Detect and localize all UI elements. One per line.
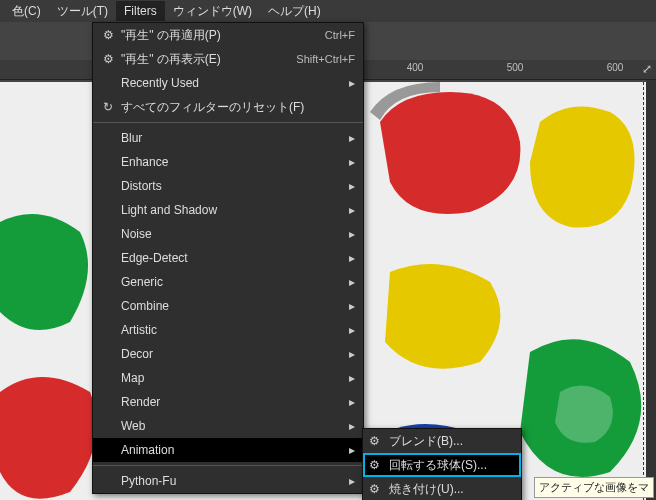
gear-icon: ⚙	[99, 52, 117, 66]
menu-item-label: Python-Fu	[117, 474, 343, 488]
menu-item-label: 焼き付け(U)...	[385, 481, 513, 498]
menu-item-python-fu[interactable]: Python-Fu▸	[93, 469, 363, 493]
separator	[93, 465, 363, 466]
submenu-item-blend[interactable]: ⚙ ブレンド(B)...	[363, 429, 521, 453]
chevron-right-icon: ▸	[343, 251, 355, 265]
tooltip: アクティブな画像をマ	[534, 477, 654, 498]
ruler-tick-label: 400	[407, 62, 424, 73]
gear-icon: ⚙	[99, 28, 117, 42]
chevron-right-icon: ▸	[343, 203, 355, 217]
canvas-object	[0, 202, 100, 342]
menu-windows[interactable]: ウィンドウ(W)	[165, 0, 260, 23]
menu-item-label: Edge-Detect	[117, 251, 343, 265]
menu-item-edge-detect[interactable]: Edge-Detect▸	[93, 246, 363, 270]
chevron-right-icon: ▸	[343, 76, 355, 90]
selection-marquee	[643, 82, 644, 500]
menu-item-blur[interactable]: Blur▸	[93, 126, 363, 150]
submenu-item-burn-in: ⚙ 焼き付け(U)...	[363, 477, 521, 500]
accelerator: Ctrl+F	[317, 29, 355, 41]
menu-item-light-shadow[interactable]: Light and Shadow▸	[93, 198, 363, 222]
menu-item-label: 回転する球体(S)...	[385, 457, 513, 474]
chevron-right-icon: ▸	[343, 155, 355, 169]
chevron-right-icon: ▸	[343, 131, 355, 145]
menu-item-label: Blur	[117, 131, 343, 145]
menu-item-generic[interactable]: Generic▸	[93, 270, 363, 294]
menu-item-label: Noise	[117, 227, 343, 241]
chevron-right-icon: ▸	[343, 395, 355, 409]
menu-colors[interactable]: 色(C)	[4, 0, 49, 23]
menu-item-label: Web	[117, 419, 343, 433]
menubar: 色(C) ツール(T) Filters ウィンドウ(W) ヘルプ(H)	[0, 0, 656, 22]
menu-item-label: Enhance	[117, 155, 343, 169]
canvas-object	[500, 322, 656, 500]
gear-icon: ⚙	[369, 482, 385, 496]
menu-item-label: Combine	[117, 299, 343, 313]
menu-item-label: Distorts	[117, 179, 343, 193]
accelerator: Shift+Ctrl+F	[288, 53, 355, 65]
zoom-icon[interactable]: ⤢	[642, 62, 652, 76]
chevron-right-icon: ▸	[343, 275, 355, 289]
menu-item-repeat-last[interactable]: ⚙ "再生" の再適用(P) Ctrl+F	[93, 23, 363, 47]
menu-item-label: Recently Used	[117, 76, 343, 90]
separator	[93, 122, 363, 123]
chevron-right-icon: ▸	[343, 443, 355, 457]
menu-item-label: Render	[117, 395, 343, 409]
canvas-object	[520, 92, 650, 242]
chevron-right-icon: ▸	[343, 419, 355, 433]
vertical-scrollbar[interactable]	[646, 80, 656, 500]
menu-filters[interactable]: Filters	[116, 1, 165, 21]
chevron-right-icon: ▸	[343, 474, 355, 488]
menu-item-distorts[interactable]: Distorts▸	[93, 174, 363, 198]
menu-item-enhance[interactable]: Enhance▸	[93, 150, 363, 174]
chevron-right-icon: ▸	[343, 347, 355, 361]
canvas-object	[370, 252, 520, 382]
submenu-item-spinning-globe[interactable]: ⚙ 回転する球体(S)...	[363, 453, 521, 477]
menu-item-label: Map	[117, 371, 343, 385]
menu-item-label: Decor	[117, 347, 343, 361]
gear-icon: ⚙	[369, 458, 385, 472]
animation-submenu: ⚙ ブレンド(B)... ⚙ 回転する球体(S)... ⚙ 焼き付け(U)...	[362, 428, 522, 500]
refresh-icon: ↻	[99, 100, 117, 114]
chevron-right-icon: ▸	[343, 323, 355, 337]
menu-item-artistic[interactable]: Artistic▸	[93, 318, 363, 342]
menu-help[interactable]: ヘルプ(H)	[260, 0, 329, 23]
menu-item-render[interactable]: Render▸	[93, 390, 363, 414]
chevron-right-icon: ▸	[343, 179, 355, 193]
menu-item-noise[interactable]: Noise▸	[93, 222, 363, 246]
menu-item-label: Animation	[117, 443, 343, 457]
ruler-tick-label: 600	[607, 62, 624, 73]
ruler-tick-label: 500	[507, 62, 524, 73]
menu-item-map[interactable]: Map▸	[93, 366, 363, 390]
menu-item-combine[interactable]: Combine▸	[93, 294, 363, 318]
menu-item-label: Artistic	[117, 323, 343, 337]
menu-item-label: Generic	[117, 275, 343, 289]
canvas-object	[360, 82, 540, 242]
menu-item-label: すべてのフィルターのリセット(F)	[117, 99, 355, 116]
menu-item-label: ブレンド(B)...	[385, 433, 513, 450]
menu-item-label: "再生" の再適用(P)	[117, 27, 317, 44]
menu-item-web[interactable]: Web▸	[93, 414, 363, 438]
chevron-right-icon: ▸	[343, 227, 355, 241]
menu-item-reshow-last[interactable]: ⚙ "再生" の再表示(E) Shift+Ctrl+F	[93, 47, 363, 71]
menu-item-reset-filters[interactable]: ↻ すべてのフィルターのリセット(F)	[93, 95, 363, 119]
menu-item-decor[interactable]: Decor▸	[93, 342, 363, 366]
menu-tools[interactable]: ツール(T)	[49, 0, 116, 23]
menu-item-recently-used[interactable]: Recently Used ▸	[93, 71, 363, 95]
filters-menu: ⚙ "再生" の再適用(P) Ctrl+F ⚙ "再生" の再表示(E) Shi…	[92, 22, 364, 494]
menu-item-animation[interactable]: Animation▸	[93, 438, 363, 462]
chevron-right-icon: ▸	[343, 299, 355, 313]
menu-item-label: Light and Shadow	[117, 203, 343, 217]
chevron-right-icon: ▸	[343, 371, 355, 385]
menu-item-label: "再生" の再表示(E)	[117, 51, 288, 68]
gear-icon: ⚙	[369, 434, 385, 448]
